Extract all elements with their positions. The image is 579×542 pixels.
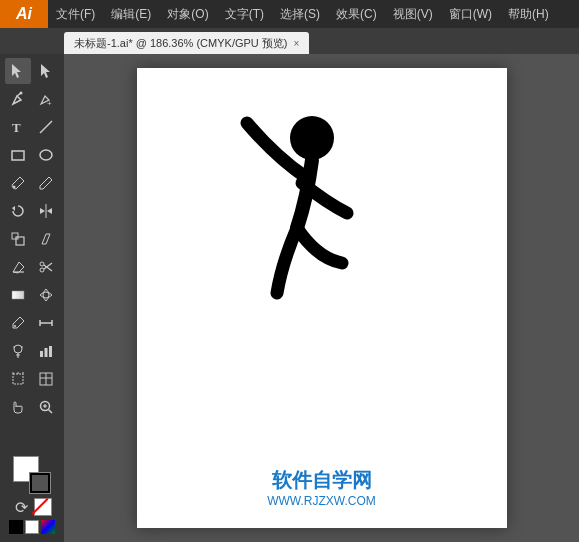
measure-tool[interactable]	[33, 310, 59, 336]
svg-line-39	[49, 410, 53, 414]
zoom-tool[interactable]	[33, 394, 59, 420]
canvas-area: 软件自学网 WWW.RJZXW.COM	[64, 54, 579, 542]
menu-select[interactable]: 选择(S)	[272, 0, 328, 28]
svg-point-2	[20, 92, 23, 95]
svg-rect-14	[12, 233, 18, 239]
color-mode-squares	[9, 520, 55, 534]
menu-window[interactable]: 窗口(W)	[441, 0, 500, 28]
scissors-tool[interactable]	[33, 254, 59, 280]
fill-stroke-indicator[interactable]	[13, 456, 51, 494]
stroke-inner	[32, 475, 48, 491]
svg-point-16	[40, 268, 44, 272]
menu-help[interactable]: 帮助(H)	[500, 0, 557, 28]
watermark-title: 软件自学网	[267, 467, 376, 494]
document-tab[interactable]: 未标题-1.ai* @ 186.36% (CMYK/GPU 预览) ×	[64, 32, 309, 54]
slice-tool[interactable]	[33, 366, 59, 392]
symbol-sprayer-tool[interactable]	[5, 338, 31, 364]
svg-text:T: T	[12, 120, 21, 135]
selection-tool[interactable]	[5, 58, 31, 84]
reflect-tool[interactable]	[33, 198, 59, 224]
shear-tool[interactable]	[33, 226, 59, 252]
svg-point-17	[40, 262, 44, 266]
main-area: + T	[0, 54, 579, 542]
tool-row-shape	[5, 142, 59, 168]
pen-tool[interactable]	[5, 86, 31, 112]
color-area: ⟳	[9, 456, 55, 542]
hand-tool[interactable]	[5, 394, 31, 420]
svg-rect-30	[49, 346, 52, 357]
none-icon[interactable]	[34, 498, 52, 516]
canvas-page: 软件自学网 WWW.RJZXW.COM	[137, 68, 507, 528]
menu-items: 文件(F) 编辑(E) 对象(O) 文字(T) 选择(S) 效果(C) 视图(V…	[48, 0, 557, 28]
tool-row-eraser	[5, 254, 59, 280]
svg-point-26	[13, 346, 15, 348]
reset-colors-icon[interactable]: ⟳	[13, 498, 31, 516]
line-tool[interactable]	[33, 114, 59, 140]
svg-line-5	[40, 121, 52, 133]
artboard-tool[interactable]	[5, 366, 31, 392]
eyedropper-tool[interactable]	[5, 310, 31, 336]
svg-rect-6	[12, 151, 24, 160]
menu-file[interactable]: 文件(F)	[48, 0, 103, 28]
menu-type[interactable]: 文字(T)	[217, 0, 272, 28]
black-square[interactable]	[9, 520, 23, 534]
tool-row-rotate	[5, 198, 59, 224]
tab-title: 未标题-1.ai* @ 186.36% (CMYK/GPU 预览)	[74, 36, 288, 51]
eraser-tool[interactable]	[5, 254, 31, 280]
tool-row-brush	[5, 170, 59, 196]
tool-row-symbol	[5, 338, 59, 364]
menu-effect[interactable]: 效果(C)	[328, 0, 385, 28]
toolbar: + T	[0, 54, 64, 542]
tool-row-pen: +	[5, 86, 59, 112]
stick-figure-svg	[217, 108, 377, 328]
tool-row-hand	[5, 394, 59, 420]
svg-marker-9	[12, 206, 15, 211]
gradient-tool[interactable]	[5, 282, 31, 308]
svg-rect-20	[12, 291, 24, 299]
svg-rect-31	[13, 374, 23, 384]
menu-edit[interactable]: 编辑(E)	[103, 0, 159, 28]
svg-rect-29	[45, 348, 48, 357]
menu-object[interactable]: 对象(O)	[159, 0, 216, 28]
type-tool[interactable]: T	[5, 114, 31, 140]
svg-rect-13	[16, 237, 24, 245]
white-square[interactable]	[25, 520, 39, 534]
svg-marker-11	[40, 208, 45, 214]
rotate-tool[interactable]	[5, 198, 31, 224]
svg-point-21	[14, 325, 16, 327]
svg-marker-1	[41, 64, 50, 78]
color-square[interactable]	[41, 520, 55, 534]
svg-marker-12	[47, 208, 52, 214]
paintbrush-tool[interactable]	[5, 170, 31, 196]
ellipse-tool[interactable]	[33, 142, 59, 168]
scale-tool[interactable]	[5, 226, 31, 252]
svg-rect-28	[40, 351, 43, 357]
color-options-row: ⟳	[13, 498, 52, 516]
direct-selection-tool[interactable]	[33, 58, 59, 84]
tool-row-artboard	[5, 366, 59, 392]
tool-row-type: T	[5, 114, 59, 140]
svg-point-27	[21, 346, 23, 348]
tool-row-eyedropper	[5, 310, 59, 336]
svg-point-7	[40, 150, 52, 160]
app-logo: Ai	[0, 0, 48, 28]
stroke-box[interactable]	[29, 472, 51, 494]
tool-row-scale	[5, 226, 59, 252]
chart-tool[interactable]	[33, 338, 59, 364]
watermark: 软件自学网 WWW.RJZXW.COM	[267, 467, 376, 508]
add-anchor-tool[interactable]: +	[33, 86, 59, 112]
rectangle-tool[interactable]	[5, 142, 31, 168]
mesh-tool[interactable]	[33, 282, 59, 308]
tab-close-button[interactable]: ×	[294, 38, 300, 49]
stick-figure	[217, 108, 377, 332]
pencil-tool[interactable]	[33, 170, 59, 196]
tab-bar: 未标题-1.ai* @ 186.36% (CMYK/GPU 预览) ×	[0, 28, 579, 54]
svg-text:+: +	[47, 99, 52, 107]
svg-point-8	[13, 186, 16, 189]
svg-point-25	[14, 345, 22, 353]
menu-view[interactable]: 视图(V)	[385, 0, 441, 28]
menu-bar: Ai 文件(F) 编辑(E) 对象(O) 文字(T) 选择(S) 效果(C) 视…	[0, 0, 579, 28]
tool-row-gradient	[5, 282, 59, 308]
svg-marker-0	[12, 64, 21, 78]
tool-row-selection	[5, 58, 59, 84]
